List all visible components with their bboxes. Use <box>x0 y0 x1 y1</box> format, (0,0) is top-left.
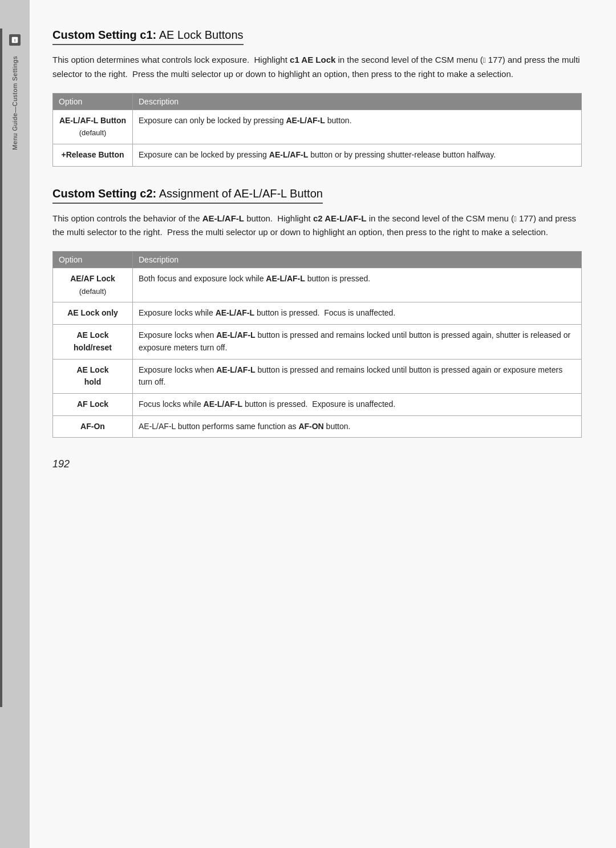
sidebar-accent <box>0 29 2 707</box>
section1-title: Custom Setting c1: AE Lock Buttons <box>52 29 244 45</box>
svg-text:i: i <box>14 38 15 43</box>
section2-row2-desc: Exposure locks while AE-L/AF-L button is… <box>133 302 582 325</box>
section1-row2-option: +Release Button <box>53 144 133 166</box>
page: i Menu Guide—Custom Settings Custom Sett… <box>0 0 616 848</box>
section2-row3-desc: Exposure locks when AE-L/AF-L button is … <box>133 325 582 359</box>
main-content: Custom Setting c1: AE Lock Buttons This … <box>30 0 616 848</box>
section2-title-bold: Custom Setting c2: <box>52 187 156 200</box>
section1-row1-desc: Exposure can only be locked by pressing … <box>133 110 582 144</box>
table-row: AE Lock only Exposure locks while AE-L/A… <box>53 302 582 325</box>
section2-body: This option controls the behavior of the… <box>52 212 582 240</box>
section1: Custom Setting c1: AE Lock Buttons This … <box>52 29 582 167</box>
sidebar: i Menu Guide—Custom Settings <box>0 0 30 848</box>
table-row: AE/AF Lock(default) Both focus and expos… <box>53 268 582 302</box>
section2-title-normal: Assignment of AE-L/AF-L Button <box>156 187 323 200</box>
section2-row1-desc: Both focus and exposure lock while AE-L/… <box>133 268 582 302</box>
section2-row4-desc: Exposure locks when AE-L/AF-L button is … <box>133 359 582 393</box>
table-row: AE Lockhold Exposure locks when AE-L/AF-… <box>53 359 582 393</box>
table-row: AF-On AE-L/AF-L button performs same fun… <box>53 415 582 438</box>
section1-row2-desc: Exposure can be locked by pressing AE-L/… <box>133 144 582 166</box>
table-row: +Release Button Exposure can be locked b… <box>53 144 582 166</box>
section2-row6-option: AF-On <box>53 415 133 438</box>
section2-row1-option: AE/AF Lock(default) <box>53 268 133 302</box>
section1-table: Option Description AE-L/AF-L Button(defa… <box>52 93 582 167</box>
section2: Custom Setting c2: Assignment of AE-L/AF… <box>52 187 582 438</box>
page-number: 192 <box>52 458 582 470</box>
section1-title-normal: AE Lock Buttons <box>156 29 243 41</box>
section2-row6-desc: AE-L/AF-L button performs same function … <box>133 415 582 438</box>
menu-guide-icon: i <box>9 34 21 46</box>
section2-col2-header: Description <box>133 252 582 268</box>
table-row: AE-L/AF-L Button(default) Exposure can o… <box>53 110 582 144</box>
table-row: AE Lockhold/reset Exposure locks when AE… <box>53 325 582 359</box>
section2-row5-desc: Focus locks while AE-L/AF-L button is pr… <box>133 393 582 415</box>
sidebar-label: Menu Guide—Custom Settings <box>11 56 18 150</box>
section1-row1-option: AE-L/AF-L Button(default) <box>53 110 133 144</box>
section1-body: This option determines what controls loc… <box>52 53 582 82</box>
section2-col1-header: Option <box>53 252 133 268</box>
section1-col1-header: Option <box>53 93 133 110</box>
table-row: AF Lock Focus locks while AE-L/AF-L butt… <box>53 393 582 415</box>
section2-row4-option: AE Lockhold <box>53 359 133 393</box>
section2-title: Custom Setting c2: Assignment of AE-L/AF… <box>52 187 323 204</box>
section1-col2-header: Description <box>133 93 582 110</box>
section2-row5-option: AF Lock <box>53 393 133 415</box>
section2-row2-option: AE Lock only <box>53 302 133 325</box>
section2-table: Option Description AE/AF Lock(default) B… <box>52 251 582 438</box>
section1-title-bold: Custom Setting c1: <box>52 29 156 41</box>
section2-row3-option: AE Lockhold/reset <box>53 325 133 359</box>
